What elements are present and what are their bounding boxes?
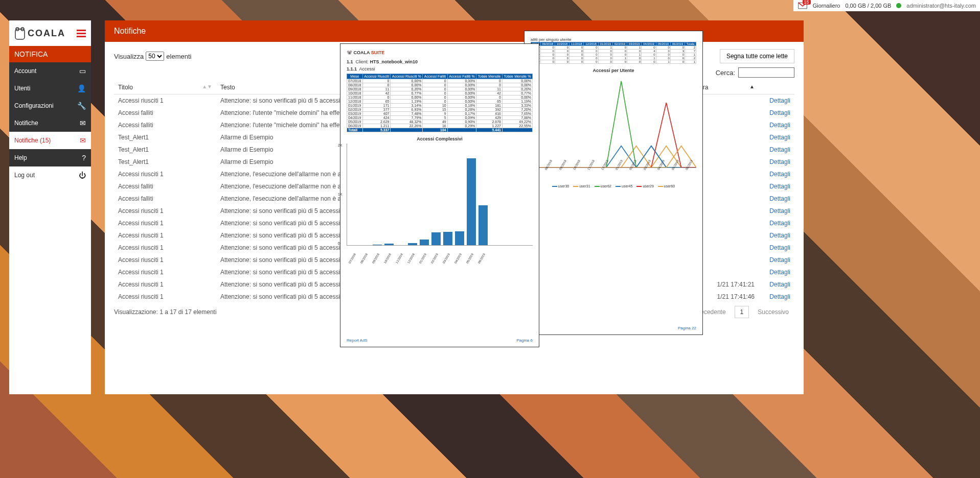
sidebar-item-label: Account [14, 67, 36, 75]
search-label: Cerca: [716, 69, 735, 77]
mail-icon: ✉ [80, 136, 86, 145]
user-icon: 👤 [77, 84, 86, 92]
pager: Precedente 1 Successivo [689, 306, 794, 318]
report1-chart-title: Accessi Complessivi [347, 136, 533, 141]
sidebar-item-label: Help [14, 154, 27, 161]
legend-item: user60 [658, 184, 675, 188]
cell-title: Test_Alert1 [114, 156, 216, 168]
detail-link[interactable]: Dettagli [769, 220, 790, 227]
legend-item: user45 [616, 184, 632, 188]
detail-link[interactable]: Dettagli [769, 293, 790, 300]
notifications-icon[interactable]: 15 [797, 2, 808, 10]
sidebar-item-account[interactable]: Account▭ [9, 62, 91, 80]
coala-logo-icon [14, 26, 26, 40]
cell-title: Accessi riusciti 1 [114, 229, 216, 242]
detail-link[interactable]: Dettagli [769, 146, 790, 153]
bar [408, 243, 417, 245]
report2-footer-right: Pagina 22 [678, 326, 696, 330]
cell-title: Accessi falliti [114, 180, 216, 193]
detail-link[interactable]: Dettagli [769, 122, 790, 129]
sidebar-item-notifiche-15-[interactable]: Notifiche (15)✉ [9, 132, 91, 149]
section-header: NOTIFICA [9, 46, 91, 62]
detail-link[interactable]: Dettagli [769, 232, 790, 239]
bar [443, 232, 452, 245]
sidebar-item-help[interactable]: Help? [9, 149, 91, 166]
report1-footer-right: Pagina 6 [516, 338, 533, 343]
legend-item: user62 [595, 184, 611, 188]
sidebar: COALA NOTIFICA Account▭Utenti👤Configuraz… [9, 20, 91, 394]
sidebar-item-label: Log out [14, 172, 35, 179]
detail-link[interactable]: Dettagli [769, 281, 790, 288]
sidebar-item-label: Utenti [14, 85, 30, 92]
table-info: Visualizzazione: 1 a 17 di 17 elementi [114, 308, 217, 316]
logo-bar: COALA [9, 20, 91, 46]
power-icon: ⏻ [79, 171, 86, 179]
cell-title: Accessi falliti [114, 119, 216, 131]
detail-link[interactable]: Dettagli [769, 256, 790, 264]
bar-chart: 2K1K0 07/201808/201809/201810/201811/201… [347, 144, 533, 246]
detail-link[interactable]: Dettagli [769, 97, 790, 104]
report-page-2: alliti per singolo utente 201809/201810/… [524, 31, 703, 335]
sidebar-item-log-out[interactable]: Log out⏻ [9, 166, 91, 184]
page-current[interactable]: 1 [735, 306, 749, 318]
detail-link[interactable]: Dettagli [769, 158, 790, 165]
sidebar-item-utenti[interactable]: Utenti👤 [9, 80, 91, 97]
top-bar: 15 Giornaliero 0,00 GB / 2,00 GB adminis… [793, 0, 980, 11]
detail-link[interactable]: Dettagli [769, 171, 790, 178]
detail-link[interactable]: Dettagli [769, 207, 790, 214]
detail-link[interactable]: Dettagli [769, 244, 790, 251]
report-logo: 🐨 COALA SUITE [347, 50, 533, 55]
bar [467, 158, 476, 245]
sidebar-item-label: Configurazioni [14, 102, 54, 109]
sidebar-item-label: Notifiche (15) [14, 137, 51, 144]
cell-title: Accessi riusciti 1 [114, 168, 216, 180]
cell-title: Accessi riusciti 1 [114, 94, 216, 107]
bar [373, 245, 382, 245]
show-suffix: elementi [166, 53, 191, 60]
legend-item: user30 [552, 184, 569, 188]
bar [420, 240, 429, 245]
cell-title: Accessi falliti [114, 107, 216, 119]
bar [455, 231, 464, 245]
user-email[interactable]: administrator@hts-italy.com [906, 3, 976, 9]
bar [431, 232, 441, 245]
detail-link[interactable]: Dettagli [769, 183, 790, 190]
detail-link[interactable]: Dettagli [769, 134, 790, 141]
sidebar-item-notifiche[interactable]: Notifiche✉ [9, 114, 91, 132]
storage-label: 0,00 GB / 2,00 GB [845, 3, 891, 9]
wrench-icon: 🔧 [77, 102, 86, 110]
legend-item: user31 [573, 184, 590, 188]
report1-table: MeseAccessi RiuscitiAccessi Riusciti %Ac… [347, 74, 533, 132]
col-title[interactable]: Titolo▲▼ [114, 81, 216, 94]
cell-title: Accessi riusciti 1 [114, 242, 216, 254]
page-size-select[interactable]: 50 [146, 52, 164, 61]
plan-label: Giornaliero [813, 3, 840, 9]
cell-title: Test_Alert1 [114, 144, 216, 156]
next-button[interactable]: Successivo [752, 306, 794, 318]
detail-link[interactable]: Dettagli [769, 109, 790, 116]
hamburger-icon[interactable] [77, 30, 86, 37]
report2-chart-title: Accessi per Utente [531, 68, 696, 73]
report1-footer-left: Report AdS [347, 338, 368, 343]
book-icon: ▭ [79, 67, 86, 75]
cell-title: Accessi riusciti 1 [114, 266, 216, 278]
cell-title: Accessi riusciti 1 [114, 291, 216, 303]
notif-count-badge: 15 [803, 0, 811, 5]
cell-title: Accessi falliti [114, 193, 216, 205]
bar [478, 205, 488, 245]
cell-title: Accessi riusciti 1 [114, 254, 216, 266]
sidebar-item-label: Notifiche [14, 119, 38, 127]
help-icon: ? [82, 154, 86, 162]
detail-link[interactable]: Dettagli [769, 195, 790, 202]
cell-title: Accessi riusciti 1 [114, 205, 216, 217]
logo-text: COALA [28, 28, 65, 39]
sidebar-item-configurazioni[interactable]: Configurazioni🔧 [9, 97, 91, 114]
status-dot-icon [896, 3, 901, 8]
line-chart [531, 76, 696, 168]
show-prefix: Visualizza [114, 53, 144, 60]
legend-item: user29 [636, 184, 653, 188]
report2-table: 201809/201810/201811/201812/201801/20190… [531, 42, 696, 64]
search-input[interactable] [738, 67, 794, 78]
mark-all-read-button[interactable]: Segna tutte come lette [720, 49, 794, 63]
detail-link[interactable]: Dettagli [769, 269, 790, 276]
